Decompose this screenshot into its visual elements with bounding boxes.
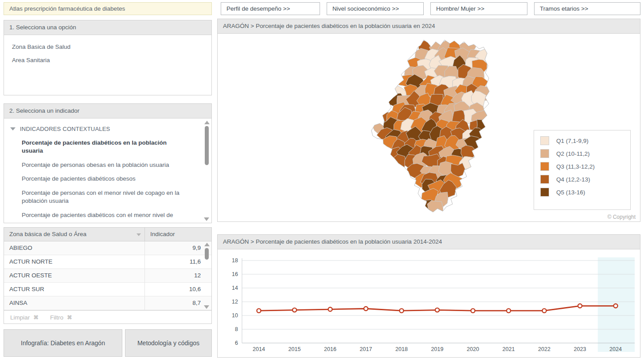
data-point-2020[interactable] [471,309,475,313]
column-dropdown-icon[interactable] [137,233,141,236]
y-tick-label: 16 [232,271,238,277]
action-label: Filtro [50,314,63,321]
trend-line-chart: 6810121416182014201520162017201820192020… [218,249,640,357]
legend-row-3: Q3 (11,3-12,2) [540,162,630,171]
map-body: Q1 (7,1-9,9)Q2 (10-11,2)Q3 (11,3-12,2)Q4… [218,34,640,221]
top-nav-button-1[interactable]: Nivel socioeconómico >> [327,2,424,15]
value-cell: 8,7 [145,296,211,310]
x-tick-label: 2019 [431,346,444,352]
table-row[interactable]: AINSA8,7 [4,296,211,310]
table-row[interactable]: ACTUR OESTE12 [4,269,211,283]
x-tick-label: 2016 [324,346,336,352]
table-row[interactable]: ACTUR NORTE11,6 [4,255,211,269]
chart-body: 6810121416182014201520162017201820192020… [218,249,640,357]
map-region[interactable] [390,154,406,171]
indicator-header: 2. Selecciona un indicador [4,104,211,118]
y-tick-label: 12 [232,299,238,305]
legend-swatch-q1 [540,136,549,145]
legend-row-2: Q2 (10-11,2) [540,149,630,158]
legend-label: Q4 (12,2-13) [556,176,590,183]
table-row[interactable]: ABIEGO9,9 [4,241,211,255]
table-actions: Limpiar✖Filtro✖ [4,310,211,324]
data-point-2016[interactable] [328,308,332,312]
filtro-button[interactable]: Filtro✖ [50,314,72,321]
data-point-2017[interactable] [364,307,368,311]
top-nav-buttons: Perfil de desempeño >>Nivel socioeconómi… [221,2,640,15]
x-tick-label: 2024 [609,346,622,352]
indicator-item-1[interactable]: Porcentaje de personas obesas en la pobl… [22,161,189,169]
top-nav-button-3[interactable]: Tramos etarios >> [534,2,640,15]
map-title: ARAGÓN > Porcentaje de pacientes diabéti… [218,19,640,34]
indicator-group-label: INDICADORES CONTEXTUALES [20,126,110,132]
indicator-item-4[interactable]: Porcentaje de pacientes diabéticos con e… [22,211,189,219]
value-cell: 9,9 [145,241,211,255]
zone-table-body: ABIEGO9,9ACTUR NORTE11,6ACTUR OESTE12ACT… [4,241,211,310]
data-point-2018[interactable] [400,309,404,313]
legend-swatch-q5 [540,188,549,197]
indicator-list: Porcentaje de pacientes diabéticos en la… [22,139,189,219]
data-point-2022[interactable] [543,309,546,313]
indicator-column-header: Indicador [145,228,211,241]
indicator-item-2[interactable]: Porcentaje de pacientes diabéticos obeso… [22,175,189,183]
x-tick-label: 2014 [253,346,265,352]
zone-cell: AINSA [4,296,145,310]
y-tick-label: 18 [232,257,238,264]
x-tick-label: 2015 [289,346,301,352]
legend-swatch-q2 [540,149,549,158]
select-option-panel: 1. Selecciona una opción Zona Basica de … [4,20,212,95]
value-cell: 10,6 [145,283,211,296]
trend-chart-panel: ARAGÓN > Porcentaje de pacientes diabéti… [217,234,640,358]
scrollbar-thumb[interactable] [205,248,209,260]
data-point-2019[interactable] [435,308,439,312]
option-link-1[interactable]: Area Sanitaria [12,57,211,63]
legend-label: Q5 (13-16) [556,189,585,196]
action-label: Limpiar [10,314,30,321]
limpiar-button[interactable]: Limpiar✖ [10,314,39,321]
x-tick-label: 2021 [503,346,515,352]
y-tick-label: 8 [235,326,238,332]
legend-row-5: Q5 (13-16) [540,188,630,197]
scroll-up-icon[interactable] [204,243,210,246]
indicator-list-body: INDICADORES CONTEXTUALES Porcentaje de p… [4,118,211,223]
zone-column-header[interactable]: Zona básica de Salud o Área [4,228,145,241]
x-tick-label: 2020 [467,346,479,352]
legend-label: Q3 (11,3-12,2) [556,163,595,170]
infographic-button[interactable]: Infografía: Diabetes en Aragón [4,329,122,357]
indicator-item-3[interactable]: Porcentaje de personas con el menor nive… [22,189,189,205]
option-link-0[interactable]: Zona Basica de Salud [12,43,211,50]
y-tick-label: 10 [232,312,238,319]
indicator-item-0[interactable]: Porcentaje de pacientes diabéticos en la… [22,139,189,155]
copyright-label: © Copyright [607,214,636,220]
app-title: Atlas prescripción farmacéutica de diabe… [4,2,212,15]
table-row[interactable]: ACTUR SUR10,6 [4,283,211,296]
clear-x-icon[interactable]: ✖ [67,314,72,321]
clear-x-icon[interactable]: ✖ [33,314,39,321]
zone-table-header: Zona básica de Salud o Área Indicador [4,228,211,241]
data-point-2023[interactable] [578,304,582,308]
value-cell: 12 [145,269,211,282]
methodology-button[interactable]: Metodología y códigos [125,329,212,357]
top-nav-button-2[interactable]: Hombre/ Mujer >> [430,2,527,15]
map-region[interactable] [427,201,443,216]
legend-label: Q2 (10-11,2) [556,150,590,157]
scroll-down-icon[interactable] [204,305,209,309]
chart-title: ARAGÓN > Porcentaje de pacientes diabéti… [218,235,640,249]
indicator-group[interactable]: INDICADORES CONTEXTUALES [10,126,211,132]
scrollbar-thumb[interactable] [205,126,209,165]
data-point-2015[interactable] [293,308,297,312]
zone-cell: ACTUR NORTE [4,255,145,268]
scroll-up-icon[interactable] [204,121,210,124]
data-point-2021[interactable] [507,309,511,313]
indicator-scrollbar[interactable] [203,121,210,221]
select-option-header: 1. Selecciona una opción [4,20,211,35]
map-legend: Q1 (7,1-9,9)Q2 (10-11,2)Q3 (11,3-12,2)Q4… [534,130,631,210]
legend-swatch-q4 [540,175,549,184]
data-point-2014[interactable] [257,309,261,313]
scroll-down-icon[interactable] [204,217,209,221]
data-point-2024[interactable] [614,304,618,308]
collapse-triangle-icon[interactable] [10,127,16,130]
y-tick-label: 14 [232,285,238,291]
table-scrollbar[interactable] [203,243,210,309]
zone-cell: ACTUR OESTE [4,269,145,282]
top-nav-button-0[interactable]: Perfil de desempeño >> [221,2,320,15]
